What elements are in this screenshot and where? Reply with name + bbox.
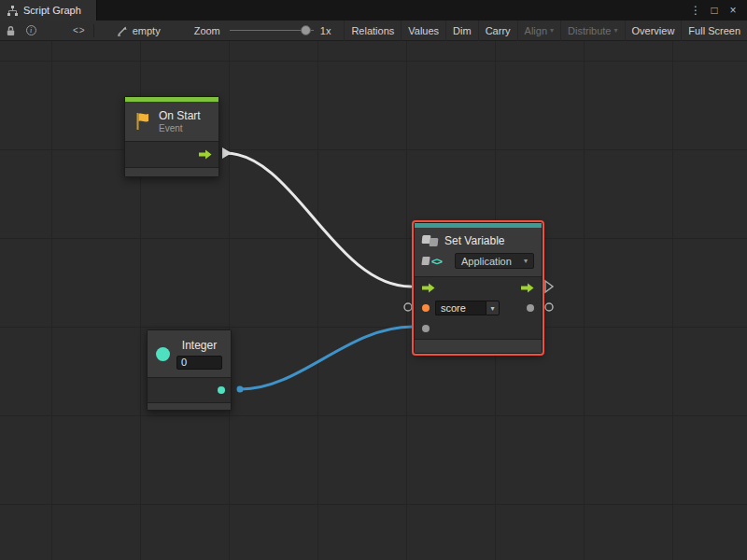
node-set-variable[interactable]: Set Variable <> Application ▾ bbox=[414, 222, 543, 354]
variable-kind-dropdown[interactable]: Application ▾ bbox=[455, 253, 534, 269]
dim-label: Dim bbox=[453, 25, 472, 36]
set-variable-flow-row bbox=[415, 277, 542, 298]
fullscreen-button[interactable]: Full Screen bbox=[681, 21, 747, 41]
close-icon[interactable]: × bbox=[726, 0, 740, 21]
distribute-button: Distribute ▾ bbox=[560, 21, 624, 41]
node-title: On Start bbox=[159, 109, 201, 122]
carry-label: Carry bbox=[486, 25, 511, 36]
graph-icon bbox=[7, 6, 18, 16]
node-footer bbox=[125, 167, 218, 176]
variable-name-value[interactable]: score bbox=[435, 301, 486, 315]
dim-button[interactable]: Dim bbox=[445, 21, 478, 41]
relations-label: Relations bbox=[351, 25, 394, 36]
flow-output-port[interactable] bbox=[199, 149, 212, 160]
on-start-ports bbox=[125, 142, 218, 167]
graph-canvas[interactable]: On Start Event Set Variable bbox=[0, 41, 747, 560]
value-input-port[interactable] bbox=[422, 325, 430, 332]
node-subtitle: Event bbox=[159, 123, 201, 133]
align-button: Align ▾ bbox=[517, 21, 560, 41]
node-title: Set Variable bbox=[444, 234, 504, 247]
set-variable-value-row bbox=[415, 318, 542, 339]
application-variables-icon: <> bbox=[422, 256, 448, 267]
zoom-label: Zoom bbox=[194, 25, 220, 36]
integer-output-port[interactable] bbox=[218, 386, 225, 394]
tab-script-graph[interactable]: Script Graph bbox=[0, 0, 97, 21]
lock-icon bbox=[6, 25, 16, 36]
variable-name-port[interactable] bbox=[422, 304, 430, 312]
integer-value-field[interactable]: 0 bbox=[176, 356, 222, 370]
fullscreen-label: Full Screen bbox=[688, 25, 740, 36]
caret-down-icon: ▾ bbox=[550, 26, 554, 35]
align-label: Align bbox=[525, 25, 547, 36]
node-integer[interactable]: Integer 0 bbox=[147, 329, 232, 411]
angle-brackets-icon: <> bbox=[431, 256, 442, 267]
overview-label: Overview bbox=[632, 25, 675, 36]
integer-ports bbox=[148, 378, 231, 402]
menu-icon[interactable]: ⋮ bbox=[689, 0, 702, 21]
window-controls: ⋮ □ × bbox=[689, 0, 747, 21]
values-label: Values bbox=[408, 25, 439, 36]
set-variable-output-indicator[interactable] bbox=[545, 303, 553, 311]
zoom-value: 1x bbox=[320, 25, 331, 36]
breadcrumb-label: empty bbox=[133, 25, 161, 36]
overview-button[interactable]: Overview bbox=[625, 21, 682, 41]
node-title: Integer bbox=[176, 339, 222, 352]
flow-output-port[interactable] bbox=[521, 283, 534, 293]
graph-breadcrumb-empty[interactable]: empty bbox=[117, 25, 161, 36]
flag-icon bbox=[134, 112, 151, 131]
carry-button[interactable]: Carry bbox=[478, 21, 517, 41]
tab-title: Script Graph bbox=[23, 5, 81, 16]
node-footer bbox=[415, 339, 542, 353]
distribute-label: Distribute bbox=[568, 25, 611, 36]
variable-name-dropdown-button[interactable]: ▾ bbox=[486, 301, 500, 315]
wire-on-start-to-set-variable[interactable] bbox=[225, 153, 411, 287]
set-variable-flow-out-indicator[interactable] bbox=[545, 281, 553, 292]
caret-down-icon: ▾ bbox=[490, 304, 494, 313]
set-variable-name-row: score ▾ bbox=[415, 298, 542, 318]
titlebar: Script Graph ⋮ □ × bbox=[0, 0, 747, 21]
code-view-icon[interactable]: <> bbox=[73, 25, 86, 35]
zoom-slider-knob[interactable] bbox=[301, 25, 311, 35]
info-icon: i bbox=[26, 25, 36, 35]
pointer-icon bbox=[117, 25, 128, 36]
info-button[interactable]: i bbox=[21, 21, 41, 41]
flow-input-port[interactable] bbox=[422, 283, 435, 293]
graph-toolbar: i <> empty Zoom 1x Relations Values bbox=[0, 21, 747, 41]
on-start-flow-out-indicator[interactable] bbox=[222, 147, 232, 159]
variable-name-field[interactable]: score ▾ bbox=[435, 301, 500, 315]
wire-integer-to-set-variable[interactable] bbox=[241, 327, 413, 389]
maximize-icon[interactable]: □ bbox=[708, 0, 721, 21]
zoom-slider[interactable] bbox=[230, 21, 314, 41]
values-button[interactable]: Values bbox=[401, 21, 445, 41]
variable-kind-value: Application bbox=[461, 256, 512, 267]
value-output-port[interactable] bbox=[527, 304, 534, 312]
wires-layer bbox=[0, 41, 747, 560]
variables-icon bbox=[422, 235, 438, 247]
unity-visual-scripting-window: Script Graph ⋮ □ × i <> empty bbox=[0, 0, 747, 560]
toolbar-separator bbox=[93, 24, 94, 37]
set-variable-input-indicator[interactable] bbox=[404, 303, 412, 311]
caret-down-icon: ▾ bbox=[524, 257, 528, 265]
integer-type-icon bbox=[156, 347, 170, 361]
relations-button[interactable]: Relations bbox=[344, 21, 401, 41]
integer-header: Integer 0 bbox=[148, 330, 231, 377]
integer-output-indicator[interactable] bbox=[237, 386, 244, 393]
node-on-start[interactable]: On Start Event bbox=[124, 96, 219, 177]
set-variable-header: Set Variable <> Application ▾ bbox=[415, 228, 542, 276]
caret-down-icon: ▾ bbox=[614, 26, 618, 35]
lock-button[interactable] bbox=[0, 21, 21, 41]
on-start-header: On Start Event bbox=[125, 102, 218, 141]
node-footer bbox=[148, 402, 231, 410]
toolbar-buttons: Relations Values Dim Carry Align ▾ Distr… bbox=[344, 21, 747, 41]
